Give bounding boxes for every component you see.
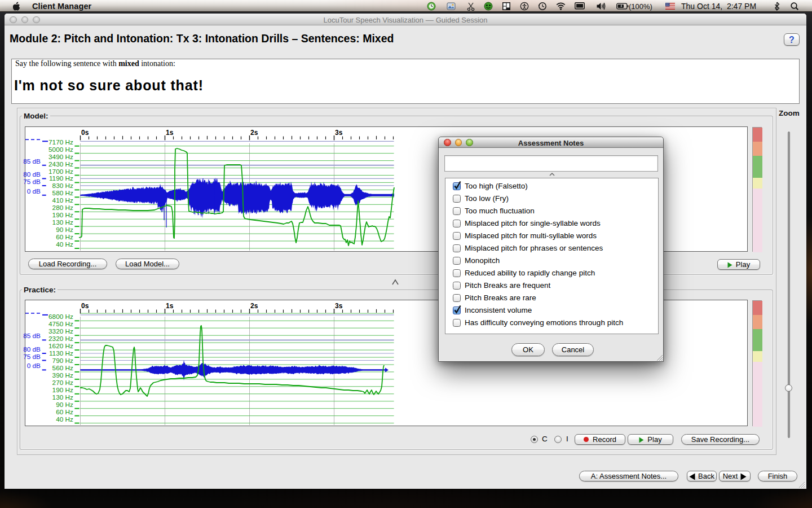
svg-text:1130 Hz: 1130 Hz (49, 349, 73, 357)
svg-text:3490 Hz: 3490 Hz (48, 153, 73, 161)
svg-text:40 Hz: 40 Hz (56, 415, 73, 423)
svg-text:410 Hz: 410 Hz (52, 196, 73, 204)
svg-text:75 dB: 75 dB (23, 178, 41, 186)
svg-text:2s: 2s (250, 302, 258, 310)
svg-text:2430 Hz: 2430 Hz (48, 160, 73, 168)
svg-text:1700 Hz: 1700 Hz (48, 168, 73, 176)
svg-text:85 dB: 85 dB (23, 157, 41, 165)
svg-text:85 dB: 85 dB (23, 332, 41, 340)
svg-text:0 dB: 0 dB (27, 187, 41, 195)
svg-text:0 dB: 0 dB (27, 362, 41, 370)
svg-text:3s: 3s (335, 302, 343, 310)
svg-text:190 Hz: 190 Hz (52, 386, 73, 394)
svg-text:280 Hz: 280 Hz (52, 204, 73, 212)
svg-text:6800 Hz: 6800 Hz (48, 313, 73, 321)
svg-text:1620 Hz: 1620 Hz (48, 342, 73, 350)
svg-text:830 Hz: 830 Hz (52, 182, 73, 190)
svg-text:0s: 0s (81, 302, 89, 310)
svg-text:1s: 1s (166, 302, 174, 310)
svg-text:580 Hz: 580 Hz (52, 189, 73, 197)
svg-text:90 Hz: 90 Hz (56, 226, 73, 234)
svg-text:60 Hz: 60 Hz (56, 408, 73, 416)
svg-text:4750 Hz: 4750 Hz (48, 320, 73, 328)
svg-text:60 Hz: 60 Hz (56, 233, 73, 241)
svg-text:560 Hz: 560 Hz (52, 364, 73, 372)
svg-text:1s: 1s (166, 129, 174, 137)
svg-text:5000 Hz: 5000 Hz (48, 146, 73, 154)
svg-text:75 dB: 75 dB (23, 353, 41, 361)
svg-text:130 Hz: 130 Hz (52, 393, 73, 401)
svg-text:790 Hz: 790 Hz (52, 357, 73, 365)
svg-text:40 Hz: 40 Hz (56, 240, 73, 248)
svg-text:190 Hz: 190 Hz (52, 211, 73, 219)
svg-text:2s: 2s (250, 129, 258, 137)
svg-text:2320 Hz: 2320 Hz (48, 335, 73, 343)
svg-text:3s: 3s (335, 129, 343, 137)
svg-text:1190 Hz: 1190 Hz (49, 174, 73, 182)
svg-text:3320 Hz: 3320 Hz (48, 327, 73, 335)
svg-text:270 Hz: 270 Hz (52, 379, 73, 387)
svg-text:7170 Hz: 7170 Hz (48, 138, 73, 146)
svg-text:0s: 0s (81, 129, 89, 137)
svg-text:130 Hz: 130 Hz (52, 218, 73, 226)
svg-text:390 Hz: 390 Hz (52, 371, 73, 379)
svg-text:90 Hz: 90 Hz (56, 401, 73, 409)
